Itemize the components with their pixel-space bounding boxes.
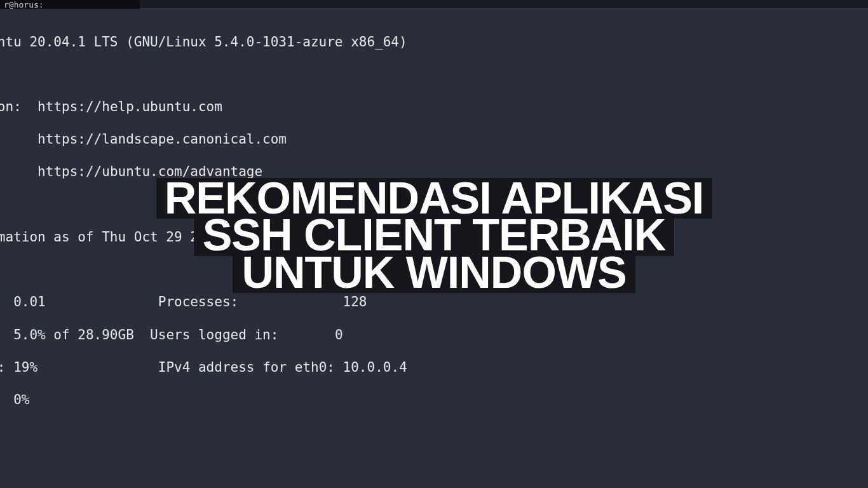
terminal-tab[interactable]: r@horus: [0, 0, 140, 9]
window-titlebar: r@horus: [0, 0, 868, 9]
sysinfo-row1: load: 0.01 Processes: 128 [0, 294, 868, 311]
motd-doc: entation: https://help.ubuntu.com [0, 99, 868, 116]
blank [0, 424, 868, 441]
blank [0, 262, 868, 278]
terminal-output[interactable]: to Ubuntu 20.04.1 LTS (GNU/Linux 5.4.0-1… [0, 9, 868, 488]
blank [0, 197, 868, 214]
sysinfo-head: information as of Thu Oct 29 20:59:35 UT… [0, 229, 868, 246]
sysinfo-row4: sage: 0% [0, 392, 868, 409]
blank [0, 457, 868, 473]
blank [0, 67, 868, 83]
sysinfo-row3: usage: 19% IPv4 address for eth0: 10.0.0… [0, 360, 868, 376]
motd-support: rt: https://ubuntu.com/advantage [0, 164, 868, 180]
motd-mgmt: ement: https://landscape.canonical.com [0, 132, 868, 148]
tab-label: r@horus: [4, 0, 44, 9]
sysinfo-row2: of /: 5.0% of 28.90GB Users logged in: 0 [0, 327, 868, 344]
motd-welcome: to Ubuntu 20.04.1 LTS (GNU/Linux 5.4.0-1… [0, 34, 868, 51]
